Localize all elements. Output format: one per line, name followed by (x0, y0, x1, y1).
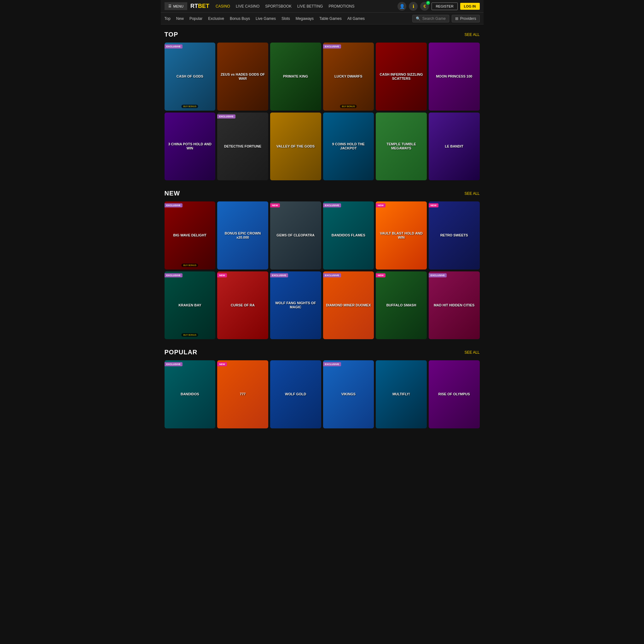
game-title: KRAKEN BAY (178, 303, 201, 307)
see-all-new[interactable]: SEE ALL (464, 191, 479, 196)
game-card[interactable]: MOON PRINCESS 100 (429, 43, 480, 111)
game-card[interactable]: NEW777 (217, 360, 268, 428)
game-card[interactable]: TEMPLE TUMBLE MEGAWAYS (376, 113, 427, 181)
subnav-top[interactable]: Top (165, 16, 171, 21)
section-popular: POPULARSEE ALLEXCLUSIVEBANDIDOSNEW777WOL… (165, 349, 480, 428)
game-card[interactable]: LE BANDIT (429, 113, 480, 181)
user-icon-button[interactable]: 👤 (397, 2, 406, 11)
subnav-exclusive[interactable]: Exclusive (208, 16, 224, 21)
search-icon: 🔍 (416, 16, 421, 21)
game-card[interactable]: ZEUS vs HADES GODS OF WAR (217, 43, 268, 111)
sub-nav-right: 🔍 Search Game ⊞ Providers (412, 15, 480, 22)
info-icon-button[interactable]: ℹ (409, 2, 418, 11)
grid-icon: ⊞ (455, 16, 458, 21)
search-box[interactable]: 🔍 Search Game (412, 15, 449, 22)
game-title: 777 (240, 392, 246, 396)
game-card[interactable]: RISE OF OLYMPUS (429, 360, 480, 428)
game-card[interactable]: EXCLUSIVEVIKINGS (323, 360, 374, 428)
exclusive-badge: EXCLUSIVE (217, 114, 235, 119)
subnav-slots[interactable]: Slots (281, 16, 290, 21)
nav-live-betting[interactable]: LIVE BETTING (297, 3, 323, 9)
game-card[interactable]: MULTIFLY! (376, 360, 427, 428)
game-card[interactable]: EXCLUSIVEKRAKEN BAYBUY BONUS (165, 271, 216, 339)
game-grid-top: EXCLUSIVECASH OF GODSBUY BONUSZEUS vs HA… (165, 43, 480, 180)
game-title: VAULT BLAST HOLD AND WIN (377, 231, 426, 240)
new-badge: NEW (429, 203, 438, 207)
game-title: GEMS OF CLEOPATRA (276, 233, 315, 237)
exclusive-badge: EXCLUSIVE (165, 44, 183, 49)
game-card[interactable]: NEWGEMS OF CLEOPATRA (270, 201, 321, 270)
nav-casino[interactable]: CASINO (216, 3, 230, 9)
login-button[interactable]: LOG IN (460, 3, 480, 10)
nav-live-casino[interactable]: LIVE CASINO (236, 3, 259, 9)
game-title: MOON PRINCESS 100 (436, 74, 472, 78)
game-card[interactable]: 9 COINS HOLD THE JACKPOT (323, 113, 374, 181)
subnav-all-games[interactable]: All Games (347, 16, 365, 21)
game-card[interactable]: EXCLUSIVECASH OF GODSBUY BONUS (165, 43, 216, 111)
game-card[interactable]: EXCLUSIVEBIG WAVE DELIGHTBUY BONUS (165, 201, 216, 270)
exclusive-badge: EXCLUSIVE (270, 273, 288, 277)
section-title-popular: POPULAR (165, 349, 198, 356)
nav-sportsbook[interactable]: SPORTSBOOK (265, 3, 292, 9)
new-badge: NEW (217, 273, 227, 277)
subnav-popular[interactable]: Popular (189, 16, 202, 21)
game-card[interactable]: BONUS EPIC CROWN x20.000 (217, 201, 268, 270)
game-card[interactable]: NEWVAULT BLAST HOLD AND WIN (376, 201, 427, 270)
subnav-bonus-buys[interactable]: Bonus Buys (230, 16, 250, 21)
logo-rt: RT (190, 3, 198, 9)
game-card[interactable]: EXCLUSIVEDIAMOND MINER DUOMEX (323, 271, 374, 339)
subnav-table-games[interactable]: Table Games (319, 16, 342, 21)
game-card[interactable]: 3 CHINA POTS HOLD AND WIN (165, 113, 216, 181)
game-title: BUFFALO SMASH (386, 303, 416, 307)
exclusive-badge: EXCLUSIVE (429, 273, 447, 277)
game-title: DIAMOND MINER DUOMEX (326, 303, 371, 307)
sub-navigation: Top New Popular Exclusive Bonus Buys Liv… (161, 13, 484, 25)
game-card[interactable]: WOLF GOLD (270, 360, 321, 428)
game-card[interactable]: CASH INFERNO SIZZLING SCATTERS (376, 43, 427, 111)
game-title: ZEUS vs HADES GODS OF WAR (218, 73, 267, 81)
nav-promotions[interactable]: PROMOTIONS (328, 3, 354, 9)
section-new: NEWSEE ALLEXCLUSIVEBIG WAVE DELIGHTBUY B… (165, 190, 480, 339)
logo[interactable]: RT BET (190, 3, 209, 9)
exclusive-badge: EXCLUSIVE (165, 273, 183, 277)
game-title: VIKINGS (341, 392, 356, 396)
exclusive-badge: EXCLUSIVE (323, 203, 341, 207)
new-badge: NEW (376, 203, 386, 207)
game-grid-new: EXCLUSIVEBIG WAVE DELIGHTBUY BONUSBONUS … (165, 201, 480, 339)
wallet-icon-button[interactable]: € F (420, 2, 429, 11)
game-card[interactable]: EXCLUSIVEWOLF FANG NIGHTS OF MAGIC (270, 271, 321, 339)
game-card[interactable]: PRIMATE KING (270, 43, 321, 111)
providers-button[interactable]: ⊞ Providers (452, 15, 480, 22)
game-card[interactable]: VALLEY OF THE GODS (270, 113, 321, 181)
section-header-new: NEWSEE ALL (165, 190, 480, 197)
game-card[interactable]: EXCLUSIVELUCKY DWARFSBUY BONUS (323, 43, 374, 111)
subnav-megaways[interactable]: Megaways (296, 16, 314, 21)
game-card[interactable]: EXCLUSIVEMAD HIT HIDDEN CITIES (429, 271, 480, 339)
game-card[interactable]: EXCLUSIVEBANDIDOS FLAMES (323, 201, 374, 270)
game-title: WOLF GOLD (285, 392, 306, 396)
main-navigation: CASINO LIVE CASINO SPORTSBOOK LIVE BETTI… (216, 3, 397, 9)
subnav-new[interactable]: New (176, 16, 184, 21)
free-badge: F (426, 1, 430, 5)
game-card[interactable]: NEWBUFFALO SMASH (376, 271, 427, 339)
subnav-live-games[interactable]: Live Games (256, 16, 276, 21)
see-all-top[interactable]: SEE ALL (464, 32, 479, 37)
menu-button[interactable]: ☰ MENU (165, 2, 187, 10)
game-title: CASH OF GODS (177, 74, 203, 78)
new-badge: NEW (376, 273, 386, 277)
search-label: Search Game (422, 16, 446, 21)
game-title: BONUS EPIC CROWN x20.000 (218, 231, 267, 240)
register-button[interactable]: REGISTER (432, 3, 457, 10)
game-card[interactable]: EXCLUSIVEBANDIDOS (165, 360, 216, 428)
exclusive-badge: EXCLUSIVE (165, 362, 183, 366)
game-title: TEMPLE TUMBLE MEGAWAYS (377, 142, 426, 150)
game-title: WOLF FANG NIGHTS OF MAGIC (271, 301, 320, 309)
see-all-popular[interactable]: SEE ALL (464, 350, 479, 355)
game-card[interactable]: EXCLUSIVEDETECTIVE FORTUNE (217, 113, 268, 181)
section-header-popular: POPULARSEE ALL (165, 349, 480, 356)
game-card[interactable]: NEWRETRO SWEETS (429, 201, 480, 270)
game-title: PRIMATE KING (283, 74, 308, 78)
user-icon: 👤 (399, 4, 405, 9)
game-title: LUCKY DWARFS (334, 74, 362, 78)
game-card[interactable]: NEWCURSE OF RA (217, 271, 268, 339)
